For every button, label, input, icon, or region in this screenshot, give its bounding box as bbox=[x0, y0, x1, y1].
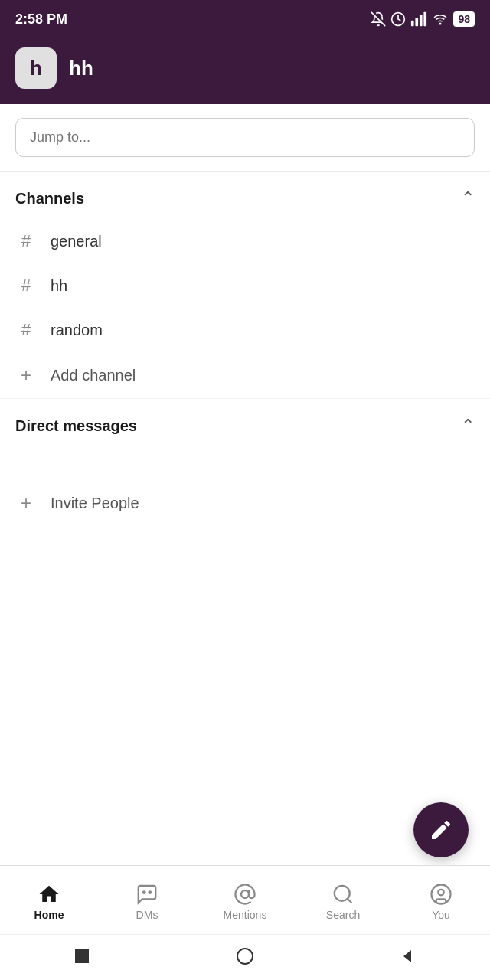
nav-item-you[interactable]: You bbox=[392, 883, 490, 921]
channel-item-hh[interactable]: # hh bbox=[0, 263, 490, 308]
wifi-icon bbox=[432, 12, 449, 26]
svg-marker-16 bbox=[403, 950, 411, 962]
status-bar: 2:58 PM 98 bbox=[0, 0, 490, 38]
svg-point-6 bbox=[440, 23, 442, 24]
android-nav-bar bbox=[0, 934, 490, 980]
battery-indicator: 98 bbox=[453, 11, 475, 27]
nav-label-dms: DMs bbox=[136, 909, 158, 921]
clock-icon bbox=[390, 11, 406, 27]
compose-icon bbox=[429, 818, 453, 842]
svg-line-11 bbox=[348, 898, 351, 902]
svg-rect-3 bbox=[416, 18, 419, 26]
svg-line-0 bbox=[371, 12, 385, 26]
svg-rect-5 bbox=[424, 12, 427, 26]
channels-header: Channels ⌃ bbox=[0, 172, 490, 219]
bottom-nav: Home DMs Mentions Search You bbox=[0, 865, 490, 934]
app-header: h hh bbox=[0, 38, 490, 104]
back-icon bbox=[399, 947, 417, 965]
dm-section: Direct messages ⌃ + Invite People bbox=[0, 399, 490, 529]
android-back-button[interactable] bbox=[399, 947, 417, 969]
svg-point-12 bbox=[432, 884, 451, 903]
hash-icon-random: # bbox=[15, 320, 37, 340]
svg-rect-14 bbox=[75, 949, 89, 963]
search-icon bbox=[332, 883, 354, 906]
plus-icon-invite: + bbox=[15, 492, 37, 514]
square-icon bbox=[73, 947, 91, 965]
channel-item-random[interactable]: # random bbox=[0, 308, 490, 352]
svg-point-13 bbox=[438, 889, 444, 895]
jump-to-input[interactable] bbox=[15, 118, 475, 157]
circle-icon bbox=[236, 947, 254, 965]
channels-chevron-icon[interactable]: ⌃ bbox=[461, 188, 475, 208]
add-channel-button[interactable]: + Add channel bbox=[0, 352, 490, 398]
invite-people-label: Invite People bbox=[51, 495, 139, 512]
channel-name-random: random bbox=[51, 322, 103, 339]
channel-name-general: general bbox=[51, 233, 102, 250]
channel-item-general[interactable]: # general bbox=[0, 219, 490, 263]
android-home-button[interactable] bbox=[236, 947, 254, 969]
nav-label-mentions: Mentions bbox=[224, 909, 267, 921]
add-channel-label: Add channel bbox=[51, 367, 136, 384]
mute-icon bbox=[371, 11, 386, 27]
mentions-icon bbox=[234, 883, 256, 906]
svg-rect-4 bbox=[420, 15, 423, 27]
status-icons: 98 bbox=[371, 11, 475, 27]
dm-chevron-icon[interactable]: ⌃ bbox=[461, 416, 475, 436]
nav-item-home[interactable]: Home bbox=[0, 883, 98, 921]
svg-point-15 bbox=[237, 949, 253, 964]
workspace-icon[interactable]: h bbox=[15, 47, 57, 89]
svg-point-9 bbox=[241, 890, 249, 898]
jump-to-container bbox=[0, 104, 490, 172]
signal-icon bbox=[410, 11, 427, 27]
channel-name-hh: hh bbox=[51, 277, 67, 295]
dm-section-header: Direct messages ⌃ bbox=[0, 399, 490, 446]
svg-point-8 bbox=[149, 891, 152, 893]
nav-label-home: Home bbox=[34, 909, 64, 921]
home-icon bbox=[38, 883, 60, 906]
hash-icon-general: # bbox=[15, 231, 37, 251]
nav-label-search: Search bbox=[326, 909, 360, 921]
svg-point-7 bbox=[143, 891, 145, 893]
svg-rect-2 bbox=[411, 21, 414, 26]
hash-icon-hh: # bbox=[15, 276, 37, 296]
nav-item-dms[interactable]: DMs bbox=[98, 883, 196, 921]
invite-people-button[interactable]: + Invite People bbox=[0, 446, 490, 529]
svg-point-10 bbox=[335, 885, 350, 900]
dm-title: Direct messages bbox=[15, 417, 137, 435]
nav-item-mentions[interactable]: Mentions bbox=[196, 883, 294, 921]
status-time: 2:58 PM bbox=[15, 11, 67, 28]
plus-icon-channel: + bbox=[15, 364, 37, 386]
workspace-name: hh bbox=[69, 57, 93, 80]
channels-title: Channels bbox=[15, 190, 84, 207]
channels-section: Channels ⌃ # general # hh # random + Add… bbox=[0, 172, 490, 399]
nav-label-you: You bbox=[432, 909, 450, 921]
nav-item-search[interactable]: Search bbox=[294, 883, 392, 921]
compose-fab[interactable] bbox=[413, 802, 469, 858]
you-icon bbox=[430, 883, 452, 906]
dms-icon bbox=[136, 883, 158, 906]
android-square-button[interactable] bbox=[73, 947, 91, 969]
